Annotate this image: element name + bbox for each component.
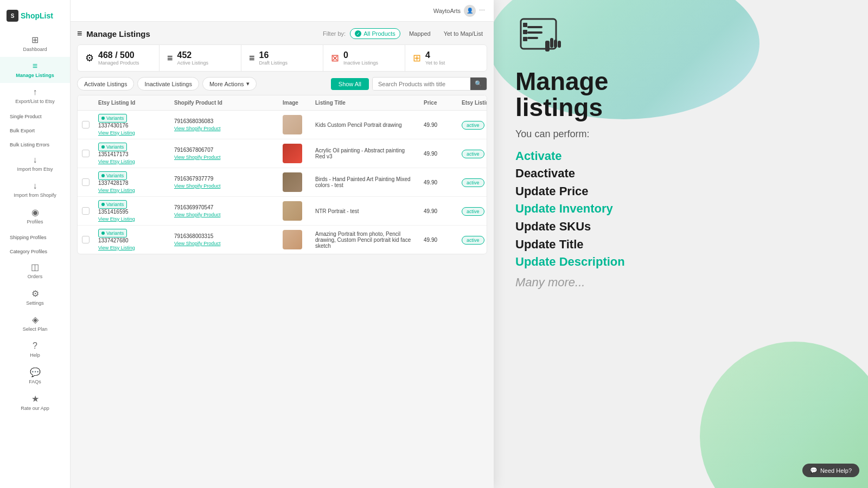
managed-number: 468 / 500 [98,50,151,60]
managed-label: Managed Products [98,60,151,66]
user-info[interactable]: WaytoArts 👤 ⋯ [433,5,485,17]
view-etsy-link-4[interactable]: View Etsy Listing [98,245,135,251]
row-checkbox-4[interactable] [78,236,94,243]
help-icon: 💬 [810,467,818,474]
svg-rect-6 [523,37,527,41]
sidebar-item-import-etsy[interactable]: ↓ Import from Etsy [0,151,70,177]
promo-action-5: Update Title [515,237,846,253]
sidebar-item-dashboard[interactable]: ⊞ Dashboard [0,30,70,57]
search-input[interactable] [373,78,470,90]
manage-listings-icon: ≡ [33,61,37,71]
table-row: Variants 1351417173 View Etsy Listing 79… [78,139,487,168]
promo-actions: ActivateDeactivateUpdate PriceUpdate Inv… [515,149,846,270]
sidebar-item-single-product[interactable]: Single Product [0,108,70,123]
row-title-2: Birds - Hand Painted Art Painting Mixed … [311,176,419,188]
inactivate-listings-button[interactable]: Inactivate Listings [137,77,199,91]
row-checkbox-0[interactable] [78,121,94,129]
sidebar-item-select-plan[interactable]: ◈ Select Plan [0,310,70,337]
row-title-3: NTR Portrait - test [311,208,419,214]
filter-mapped[interactable]: Mapped [405,29,435,38]
row-title-0: Kids Custom Pencil Portrait drawing [311,122,419,128]
sidebar-item-category-profiles[interactable]: Category Profiles [0,243,70,258]
view-etsy-link-3[interactable]: View Etsy Listing [98,216,135,222]
col-etsy-id: Etsy Listing Id [94,100,170,106]
row-status-2: active [457,179,487,185]
check-icon: ✓ [355,30,361,37]
product-thumb-0 [283,115,302,134]
svg-rect-8 [550,38,553,48]
sidebar-nav: ⊞ Dashboard ≡ Manage Listings ↑ Export/L… [0,30,70,483]
variants-badge-3[interactable]: Variants [98,200,127,209]
table-body: Variants 1337430176 View Etsy Listing 79… [78,111,487,254]
row-etsy-id-2: Variants 1337428178 View Etsy Listing [94,171,170,193]
help-button[interactable]: 💬 Need Help? [802,464,859,477]
view-shopify-link-4[interactable]: View Shopify Product [174,241,220,246]
row-price-2: 49.90 [419,179,457,185]
filter-mapped-label: Mapped [409,30,431,37]
row-shopify-id-4: 7916368003315 View Shopify Product [170,233,278,246]
sidebar-item-faqs[interactable]: 💬 FAQs [0,363,70,389]
row-etsy-id-1: Variants 1351417173 View Etsy Listing [94,143,170,164]
row-image-0 [278,115,311,134]
row-image-2 [278,172,311,192]
faqs-icon: 💬 [30,367,41,377]
view-shopify-link-1[interactable]: View Shopify Product [174,155,220,160]
import-etsy-icon: ↓ [33,155,37,165]
row-checkbox-1[interactable] [78,150,94,157]
sidebar-item-bulk-export[interactable]: Bulk Export [0,123,70,137]
sidebar-item-orders[interactable]: ◫ Orders [0,258,70,284]
row-status-1: active [457,151,487,157]
help-icon: ? [33,341,37,351]
sidebar-item-manage-listings[interactable]: ≡ Manage Listings [0,57,70,83]
filter-all-label: All Products [363,30,395,37]
plan-icon: ◈ [32,314,39,325]
sidebar-item-import-shopify[interactable]: ↓ Import from Shopify [0,177,70,203]
activate-listings-button[interactable]: Activate Listings [77,77,134,91]
help-label: Help [30,352,40,358]
variants-badge-4[interactable]: Variants [98,229,127,237]
variants-badge-0[interactable]: Variants [98,114,127,123]
search-button[interactable]: 🔍 [470,78,487,90]
view-shopify-link-0[interactable]: View Shopify Product [174,126,220,131]
sidebar-item-rate-app[interactable]: ★ Rate our App [0,389,70,416]
variants-badge-1[interactable]: Variants [98,143,127,151]
more-actions-button[interactable]: More Actions ▾ [202,77,257,91]
row-title-1: Acrylic Oil painting - Abstract painting… [311,147,419,159]
row-etsy-id-3: Variants 1351416595 View Etsy Listing [94,200,170,222]
sidebar-item-profiles[interactable]: ◉ Profiles [0,203,70,229]
filter-all-products[interactable]: ✓ All Products [350,28,400,39]
right-panel: Managelistings You can perform: Activate… [494,0,868,488]
user-avatar: 👤 [464,5,476,17]
view-etsy-link-1[interactable]: View Etsy Listing [98,159,135,164]
category-profiles-label: Category Profiles [10,249,47,254]
managed-info: 468 / 500 Managed Products [98,50,151,66]
filter-bar: Filter by: ✓ All Products Mapped Yet to … [323,28,487,39]
row-etsy-id-0: Variants 1337430176 View Etsy Listing [94,114,170,136]
row-shopify-id-1: 7916367806707 View Shopify Product [170,147,278,160]
view-shopify-link-3[interactable]: View Shopify Product [174,212,220,217]
variants-badge-2[interactable]: Variants [98,171,127,180]
bulk-export-label: Bulk Export [10,128,35,133]
sidebar-item-bulk-errors[interactable]: Bulk Listing Errors [0,137,70,151]
sidebar-item-export-etsy[interactable]: ↑ Export/List to Etsy [0,83,70,109]
logo: S ShopList [0,5,70,30]
row-price-0: 49.90 [419,122,457,128]
view-etsy-link-0[interactable]: View Etsy Listing [98,130,135,136]
row-price-3: 49.90 [419,208,457,214]
product-thumb-2 [283,172,302,192]
chevron-down-icon: ▾ [246,80,250,87]
row-checkbox-2[interactable] [78,178,94,186]
filter-yet-label: Yet to Map/List [444,30,483,37]
filter-yet-to-map[interactable]: Yet to Map/List [439,29,487,38]
sidebar-item-help[interactable]: ? Help [0,337,70,363]
row-checkbox-3[interactable] [78,207,94,215]
page-content: ≡ Manage Listings Filter by: ✓ All Produ… [71,22,494,488]
col-title: Listing Title [311,100,419,106]
import-shopify-label: Import from Shopify [14,192,56,198]
sidebar-item-shipping-profiles[interactable]: Shipping Profiles [0,229,70,243]
view-etsy-link-2[interactable]: View Etsy Listing [98,188,135,193]
view-shopify-link-2[interactable]: View Shopify Product [174,183,220,189]
table-row: Variants 1337430176 View Etsy Listing 79… [78,111,487,139]
sidebar-item-settings[interactable]: ⚙ Settings [0,284,70,311]
show-all-button[interactable]: Show All [331,78,369,90]
